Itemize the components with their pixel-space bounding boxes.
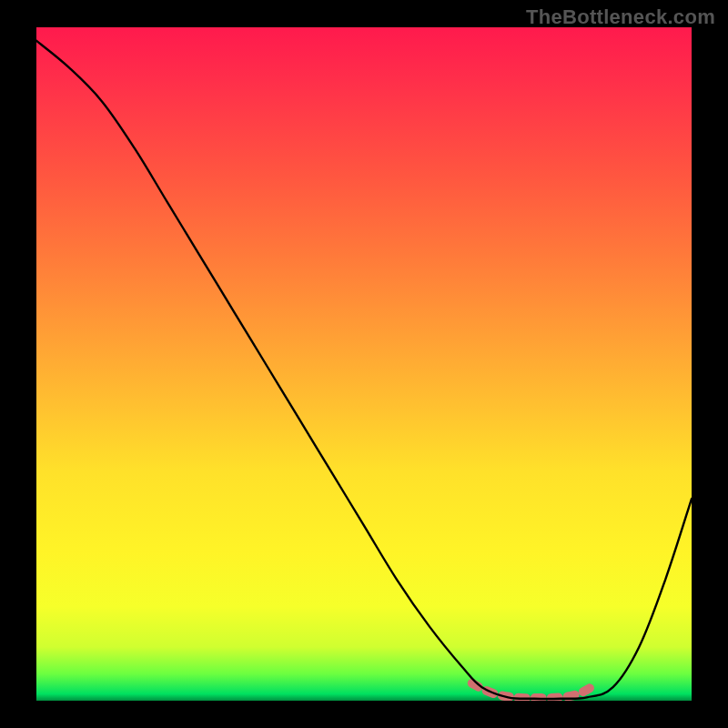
curve-layer [36,27,692,701]
low-region-highlight [472,683,597,698]
chart-stage: TheBottleneck.com [0,0,728,728]
attribution-watermark: TheBottleneck.com [526,5,715,29]
plot-area [36,27,692,701]
bottleneck-curve [36,41,692,699]
